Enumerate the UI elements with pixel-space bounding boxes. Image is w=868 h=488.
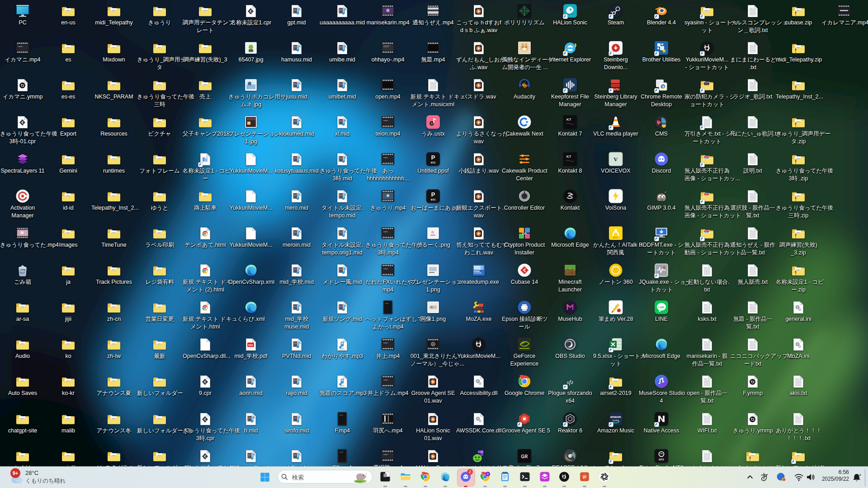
- svg-text:P: P: [431, 154, 435, 161]
- svg-text:CPI: CPI: [522, 232, 527, 235]
- svg-text:KT: KT: [566, 155, 571, 159]
- svg-text:NT2: NT2: [659, 458, 664, 461]
- svg-text:PDF: PDF: [248, 343, 254, 346]
- svg-text:music: music: [613, 419, 619, 422]
- svg-text:z: z: [859, 473, 861, 476]
- svg-text:amazon: amazon: [610, 415, 621, 418]
- svg-text:NT2: NT2: [431, 161, 435, 164]
- svg-text:KT: KT: [566, 117, 571, 122]
- svg-text:V: V: [613, 156, 618, 163]
- svg-text:MoZA: MoZA: [475, 307, 483, 310]
- svg-text:P: P: [431, 191, 435, 198]
- svg-text:P: P: [583, 474, 586, 479]
- svg-text:GR: GR: [521, 454, 528, 459]
- svg-text:AITalk: AITalk: [613, 236, 618, 239]
- svg-text:MP3: MP3: [340, 385, 344, 387]
- svg-text:LINE: LINE: [658, 306, 665, 309]
- svg-text:MP3: MP3: [340, 348, 344, 350]
- svg-text:NT2: NT2: [431, 198, 435, 201]
